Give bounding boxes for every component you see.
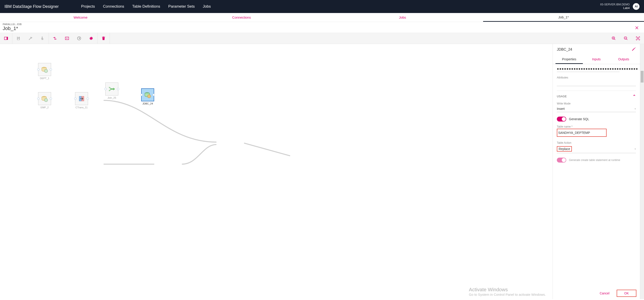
svg-rect-9 (637, 38, 639, 39)
tab-properties[interactable]: Properties (556, 55, 583, 64)
switch-button[interactable] (49, 33, 61, 44)
server-project: Lab4 (600, 6, 630, 10)
close-job-button[interactable] (632, 26, 641, 31)
svg-point-11 (44, 69, 48, 73)
svg-rect-3 (18, 39, 19, 40)
zoom-in-button[interactable] (608, 33, 620, 44)
tab-welcome[interactable]: Welcome (0, 13, 161, 22)
settings-button[interactable] (85, 33, 97, 44)
database-stage-icon (41, 95, 48, 103)
nav-table-definitions[interactable]: Table Definitions (132, 4, 160, 9)
stage-join-25[interactable]: Join_25 (105, 83, 118, 99)
stage-label: DEPT_1 (40, 77, 49, 80)
close-icon (634, 26, 639, 30)
top-header: IBM DataStage Flow Designer Projects Con… (0, 0, 644, 13)
main-area: DEPT_1 EMP_2 CTrans_11 (0, 44, 644, 299)
transform-stage-icon (78, 95, 85, 103)
ok-button[interactable]: OK (617, 290, 636, 297)
stage-emp-2[interactable]: EMP_2 (38, 92, 51, 109)
tab-inputs[interactable]: Inputs (583, 55, 610, 64)
workspace-tabs: Welcome Connections Jobs Job_1* (0, 13, 644, 22)
zoom-in-icon (612, 36, 616, 41)
panel-footer: Cancel OK (553, 287, 640, 299)
nav-jobs[interactable]: Jobs (203, 4, 211, 9)
zoom-fit-button[interactable] (632, 33, 644, 44)
job-name: Job_1* (3, 26, 22, 31)
stage-properties-button[interactable] (61, 33, 73, 44)
attributes-label: Attributes (557, 76, 636, 79)
zoom-out-button[interactable] (620, 33, 632, 44)
write-mode-select[interactable]: Insert ▾ (557, 106, 636, 112)
save-icon (16, 36, 20, 41)
usage-section-title: USAGE (557, 95, 567, 98)
write-mode-value: Insert (557, 107, 565, 111)
attributes-input[interactable] (557, 80, 636, 86)
nav-projects[interactable]: Projects (81, 4, 95, 9)
password-field[interactable]: ●●●●●●●●●●●●●●●●●●●●●●●●●●●●●●●●●● (557, 66, 620, 72)
stage-jdbc-24[interactable]: JDBC_24 (141, 88, 154, 105)
generate-sql-toggle[interactable] (557, 117, 566, 122)
jdbc-stage-icon (144, 91, 152, 99)
caret-down-icon: ▾ (634, 148, 636, 150)
fit-screen-icon (636, 36, 640, 41)
compile-button[interactable] (24, 33, 36, 44)
table-action-label: Table Action (557, 141, 636, 144)
svg-point-13 (44, 98, 48, 102)
write-mode-label: Write Mode (557, 102, 636, 105)
job-header: PARALLEL JOB Job_1* (0, 22, 644, 33)
table-name-label: Table name * (557, 125, 636, 128)
schedule-button[interactable] (73, 33, 85, 44)
panel-body[interactable]: ●●●●●●●●●●●●●●●●●●●●●●●●●●●●●●●●●● Attri… (553, 64, 640, 287)
save-button[interactable] (12, 33, 24, 44)
job-kind-label: PARALLEL JOB (3, 23, 22, 26)
gear-icon (89, 36, 94, 41)
generate-sql-label: Generate SQL (569, 117, 589, 121)
link-layer (0, 44, 552, 299)
user-avatar[interactable]: AI (633, 3, 640, 10)
run-button[interactable] (36, 33, 48, 44)
stage-label: Join_25 (108, 96, 116, 99)
caret-down-icon: ▾ (634, 107, 636, 110)
run-icon (40, 36, 45, 41)
pencil-icon (632, 47, 636, 51)
design-canvas[interactable]: DEPT_1 EMP_2 CTrans_11 (0, 44, 552, 299)
svg-rect-1 (7, 37, 8, 40)
database-stage-icon (41, 66, 48, 73)
cancel-button[interactable]: Cancel (595, 290, 614, 297)
delete-button[interactable] (98, 33, 110, 44)
table-name-input[interactable] (558, 130, 605, 136)
panel-play-icon (65, 36, 69, 41)
server-host: IIS-SERVER.IBM.DEMO (600, 3, 630, 7)
usage-section-header[interactable]: USAGE ⌃ (557, 91, 636, 102)
main-nav: Projects Connections Table Definitions P… (81, 4, 211, 9)
generate-create-toggle[interactable] (557, 158, 566, 163)
palette-button[interactable] (0, 33, 12, 44)
trash-icon (101, 36, 106, 41)
edit-title-button[interactable] (632, 47, 636, 52)
tab-outputs[interactable]: Outputs (610, 55, 637, 64)
stage-dept-1[interactable]: DEPT_1 (38, 63, 51, 80)
stage-label: JDBC_24 (142, 102, 153, 105)
chevron-up-icon: ⌃ (632, 94, 636, 99)
arrows-switch-icon (53, 36, 57, 41)
svg-point-17 (148, 95, 151, 98)
svg-rect-2 (18, 37, 19, 38)
server-info: IIS-SERVER.IBM.DEMO Lab4 (600, 3, 630, 10)
tab-jobs[interactable]: Jobs (322, 13, 483, 22)
nav-connections[interactable]: Connections (103, 4, 124, 9)
tab-job-1[interactable]: Job_1* (483, 13, 644, 22)
panel-right-icon (4, 36, 8, 41)
windows-watermark: Activate Windows Go to System in Control… (469, 287, 546, 296)
brand-title: IBM DataStage Flow Designer (4, 4, 59, 9)
vertical-scrollbar[interactable] (640, 44, 644, 299)
wrench-icon (28, 36, 33, 41)
tab-connections[interactable]: Connections (161, 13, 322, 22)
stage-ctrans-11[interactable]: CTrans_11 (75, 92, 88, 109)
table-action-select[interactable]: Replace ▾ (557, 145, 636, 153)
nav-parameter-sets[interactable]: Parameter Sets (168, 4, 195, 9)
clock-icon (77, 36, 81, 41)
panel-tabs: Properties Inputs Outputs (553, 55, 640, 64)
stage-label: EMP_2 (40, 106, 48, 109)
scrollbar-thumb[interactable] (641, 71, 644, 83)
canvas-toolbar (0, 33, 644, 44)
